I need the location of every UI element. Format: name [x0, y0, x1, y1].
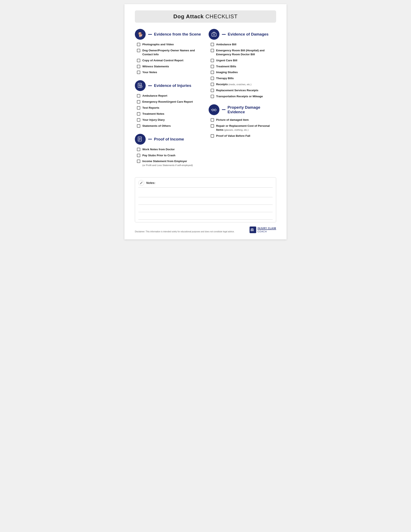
checkbox[interactable] [211, 59, 214, 62]
checkbox[interactable] [211, 65, 214, 68]
list-item: Therapy Bills [211, 76, 276, 80]
item-label: Test Reports [142, 106, 159, 110]
item-label: Your Injury Diary [142, 118, 165, 122]
item-label: Urgent Care Bill [216, 59, 237, 63]
list-item: Imaging Studies [211, 70, 276, 74]
checkbox[interactable] [137, 160, 140, 163]
checkbox[interactable] [137, 49, 140, 52]
checkbox[interactable] [137, 59, 140, 62]
checkbox[interactable] [211, 95, 214, 98]
item-label: Statements of Others [142, 124, 171, 128]
pencil-icon [140, 181, 143, 185]
checkbox[interactable] [211, 89, 214, 92]
item-label: Proof of Value Before Fall [216, 134, 250, 138]
checkbox[interactable] [137, 106, 140, 110]
checkbox[interactable] [137, 154, 140, 157]
list-item: Witness Statements [137, 65, 202, 69]
checkbox[interactable] [137, 43, 140, 46]
list-item: Income Statement from Employer (or Profi… [137, 159, 202, 167]
item-label: Transportation Receipts or Mileage [216, 95, 263, 98]
checkbox[interactable] [137, 124, 140, 128]
svg-point-17 [214, 109, 216, 111]
section-damages: Evidence of Damages Ambulance Bill Emerg… [209, 29, 276, 98]
damages-checklist: Ambulance Bill Emergency Room Bill (Hosp… [209, 43, 276, 98]
checkbox[interactable] [137, 100, 140, 104]
right-column: Evidence of Damages Ambulance Bill Emerg… [209, 29, 276, 173]
section-income-title: Proof of Income [154, 137, 184, 142]
section-property-header: Property Damage Evidence [209, 104, 276, 115]
checkbox[interactable] [137, 118, 140, 122]
item-label: Imaging Studies [216, 70, 238, 74]
checkbox[interactable] [137, 94, 140, 97]
checkbox[interactable] [137, 148, 140, 151]
svg-rect-8 [138, 137, 142, 141]
notes-header: Notes: [138, 180, 273, 188]
checkbox[interactable] [211, 124, 214, 128]
section-dash [148, 139, 152, 139]
list-item: Emergency Room Bill (Hospital) and Emerg… [211, 49, 276, 57]
item-label: Replacement Services Receipts [216, 88, 258, 93]
checkbox[interactable] [211, 118, 214, 122]
left-column: 🐕 Evidence from the Scene Photographs an… [135, 29, 202, 173]
list-item: Emergency Room/Urgent Care Report [137, 100, 202, 104]
section-injuries-title: Evidence of Injuries [154, 83, 191, 88]
list-item: Statements of Others [137, 124, 202, 128]
checkbox[interactable] [211, 83, 214, 86]
scene-icon: 🐕 [137, 31, 143, 37]
notes-lines [138, 190, 273, 220]
notes-line-1 [138, 190, 273, 197]
income-icon [137, 136, 143, 142]
logo-line2: COACH [258, 229, 276, 233]
content-columns: 🐕 Evidence from the Scene Photographs an… [135, 29, 276, 173]
property-checklist: Picture of damaged item Repair or Replac… [209, 118, 276, 138]
title-bar: Dog Attack CHECKLIST [135, 10, 276, 23]
section-dash [148, 86, 152, 86]
logo-top: ⚖ INJURY CLAIM COACH [249, 227, 276, 233]
item-label: Dog Owner/Property Owner Names and Conta… [142, 49, 202, 57]
item-label: Pay Stubs Prior to Crash [142, 153, 175, 158]
page-title: Dog Attack CHECKLIST [139, 13, 272, 20]
section-dash [222, 109, 225, 110]
footer: Disclaimer: This information is intended… [135, 227, 276, 233]
disclaimer-text: Disclaimer: This information is intended… [135, 230, 235, 233]
item-label: Ambulance Bill [216, 43, 237, 47]
item-label: Income Statement from Employer (or Profi… [142, 159, 193, 167]
list-item: Work Notes from Doctor [137, 148, 202, 152]
checkbox[interactable] [211, 71, 214, 74]
item-label: Ambulance Report [142, 94, 167, 98]
list-item: Your Notes [137, 70, 202, 74]
list-item: Dog Owner/Property Owner Names and Conta… [137, 49, 202, 57]
property-icon-circle [209, 104, 220, 115]
section-damages-header: Evidence of Damages [209, 29, 276, 40]
checkbox[interactable] [211, 43, 214, 46]
notes-line-4 [138, 212, 273, 220]
list-item: Your Injury Diary [137, 118, 202, 122]
checkbox[interactable] [211, 77, 214, 80]
logo-icon: ⚖ [249, 227, 256, 233]
property-icon [211, 107, 217, 113]
list-item: Receipts (meds, crutches, etc.) [211, 83, 276, 86]
checkbox[interactable] [137, 112, 140, 115]
section-income-header: Proof of Income [135, 134, 202, 145]
checkbox[interactable] [211, 49, 214, 52]
item-label: Repair or Replacement Cost of Personal I… [216, 124, 276, 132]
list-item: Replacement Services Receipts [211, 88, 276, 93]
damages-icon-circle [209, 29, 220, 40]
section-property-title: Property Damage Evidence [228, 105, 276, 114]
notes-icon-wrap [138, 180, 144, 186]
list-item: Ambulance Bill [211, 43, 276, 47]
item-label: Witness Statements [142, 65, 169, 69]
checkbox[interactable] [211, 134, 214, 138]
item-label: Therapy Bills [216, 76, 234, 80]
item-label: Treatment Bills [216, 65, 236, 69]
list-item: Ambulance Report [137, 94, 202, 98]
list-item: Proof of Value Before Fall [211, 134, 276, 138]
checkbox[interactable] [137, 71, 140, 74]
scene-icon-circle: 🐕 [135, 29, 146, 40]
section-damages-title: Evidence of Damages [228, 32, 268, 37]
section-income: Proof of Income Work Notes from Doctor P… [135, 134, 202, 168]
list-item: Repair or Replacement Cost of Personal I… [211, 124, 276, 132]
list-item: Picture of damaged item [211, 118, 276, 122]
item-label: Treatment Notes [142, 112, 164, 116]
checkbox[interactable] [137, 65, 140, 68]
